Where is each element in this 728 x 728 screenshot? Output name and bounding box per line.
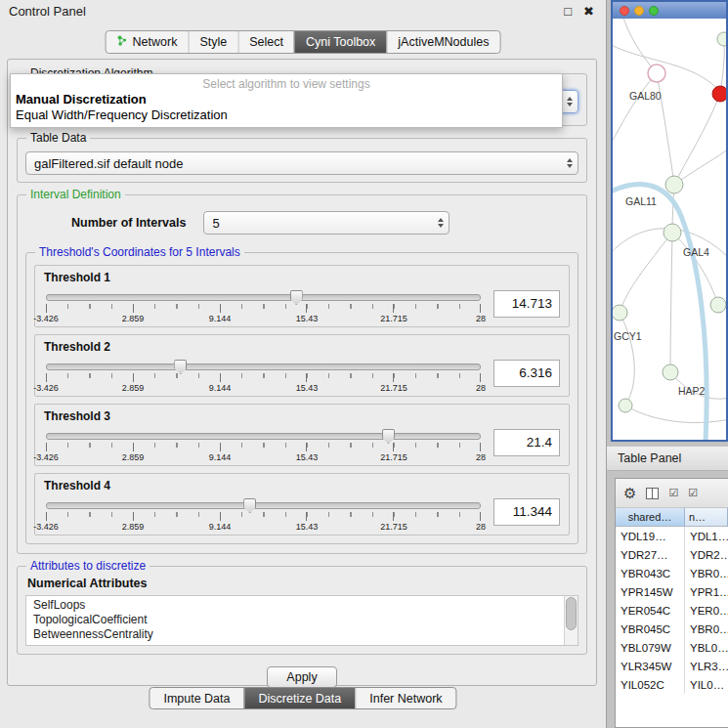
slider-track[interactable] — [46, 502, 481, 509]
table-row[interactable]: YER054CYER0… — [616, 601, 728, 620]
cell[interactable]: YIL0… — [685, 675, 728, 694]
cell[interactable]: YIL052C — [616, 675, 685, 694]
list-item[interactable]: SelfLoops — [33, 598, 562, 613]
cell[interactable]: YER054C — [616, 601, 685, 620]
tab-impute-data[interactable]: Impute Data — [150, 688, 243, 708]
minimize-button[interactable] — [634, 6, 644, 16]
table-row[interactable]: YPR145WYPR1… — [616, 582, 728, 601]
table-row[interactable]: YBR045CYBR0… — [616, 620, 728, 638]
tab-cyni-toolbox[interactable]: Cyni Toolbox — [294, 31, 386, 53]
tick-label: 2.859 — [122, 383, 145, 393]
slider-track[interactable] — [46, 294, 481, 301]
tab-style[interactable]: Style — [188, 31, 237, 53]
list-item[interactable]: BetweennessCentrality — [33, 627, 562, 642]
tick-label: -3.426 — [33, 452, 59, 462]
tab-discretize-data[interactable]: Discretize Data — [244, 688, 356, 708]
slider-thumb[interactable] — [290, 290, 303, 305]
threshold-2-panel: Threshold 2 -3.426 2.859 9.144 15.43 — [34, 334, 570, 397]
table-row[interactable]: YDR27…YDR2… — [616, 545, 728, 564]
slider-track[interactable] — [46, 364, 481, 370]
cell[interactable]: YDR27… — [616, 545, 685, 564]
slider-thumb[interactable] — [174, 360, 187, 374]
slider-thumb[interactable] — [382, 429, 395, 444]
cell[interactable]: YBR045C — [616, 620, 685, 638]
tab-jactivemodules[interactable]: jActiveMNodules — [386, 31, 499, 53]
tick-label: 28 — [476, 383, 486, 393]
table-body: YDL19…YDL1… YDR27…YDR2… YBR043CYBR0… YPR… — [616, 527, 728, 694]
window-title: Control Panel — [9, 4, 564, 19]
popup-option-equal-width-frequency[interactable]: Equal Width/Frequency Discretization — [11, 107, 562, 123]
tab-select[interactable]: Select — [237, 31, 294, 53]
close-window-icon[interactable]: ✖ — [583, 5, 594, 18]
select-none-icon[interactable]: ☑ — [688, 488, 698, 498]
tab-style-label: Style — [199, 35, 227, 49]
popup-option-manual-discretization[interactable]: Manual Discretization — [11, 92, 562, 107]
apply-button[interactable]: Apply — [267, 666, 336, 688]
combo-stepper-icon[interactable] — [567, 97, 573, 107]
cell[interactable]: YPR145W — [616, 582, 685, 601]
threshold-4-value-field[interactable]: 11.344 — [493, 498, 560, 526]
cell[interactable]: YLR345W — [616, 657, 685, 675]
table-row[interactable]: YBR043CYBR0… — [616, 564, 728, 582]
tab-network[interactable]: Network — [107, 31, 189, 53]
table-row[interactable]: YBL079WYBL0… — [616, 638, 728, 657]
scrollbar-thumb[interactable] — [566, 597, 577, 630]
threshold-3-value-field[interactable]: 21.4 — [493, 429, 560, 456]
table-row[interactable]: YDL19…YDL1… — [616, 527, 728, 545]
gear-icon[interactable]: ⚙ — [623, 486, 636, 500]
node-hap2[interactable] — [663, 364, 678, 380]
cell[interactable]: YBR0… — [685, 564, 728, 582]
list-item[interactable]: TopologicalCoefficient — [33, 613, 562, 627]
zoom-button[interactable] — [649, 6, 659, 16]
node-unlabeled[interactable] — [710, 297, 726, 313]
node-selected-red[interactable] — [712, 86, 726, 102]
column-header-name[interactable]: n… — [685, 508, 728, 527]
tab-infer-network[interactable]: Infer Network — [355, 688, 455, 708]
slider-track[interactable] — [46, 433, 481, 440]
threshold-4-slider[interactable]: -3.426 2.859 9.144 15.43 21.715 28 — [44, 496, 483, 533]
tick-label: -3.426 — [33, 383, 59, 393]
node-unlabeled[interactable] — [717, 32, 726, 46]
float-window-icon[interactable]: □ — [564, 5, 572, 18]
cell[interactable]: YBR043C — [616, 564, 685, 582]
select-all-icon[interactable]: ☑ — [668, 488, 678, 498]
list-scrollbar[interactable] — [564, 596, 578, 645]
table-row[interactable]: YIL052CYIL0… — [616, 675, 728, 694]
threshold-2-slider[interactable]: -3.426 2.859 9.144 15.43 21.715 28 — [44, 358, 483, 394]
tick-label: 21.715 — [380, 452, 407, 462]
column-header-shared-name[interactable]: shared… — [616, 508, 685, 527]
node-gcy1[interactable] — [613, 305, 627, 321]
combo-stepper-icon[interactable] — [438, 218, 444, 228]
node-unlabeled[interactable] — [619, 399, 632, 412]
cell[interactable]: YBL079W — [616, 638, 685, 657]
cell[interactable]: YPR1… — [685, 582, 728, 601]
node-gal11[interactable] — [665, 176, 683, 193]
cell[interactable]: YDL1… — [685, 527, 728, 545]
close-button[interactable] — [620, 6, 629, 16]
threshold-1-slider[interactable]: -3.426 2.859 9.144 15.43 21.715 28 — [44, 288, 483, 324]
number-of-intervals-combobox[interactable]: 5 — [203, 211, 450, 235]
slider-tick-labels: -3.426 2.859 9.144 15.43 21.715 28 — [46, 314, 481, 324]
cell[interactable]: YDR2… — [685, 545, 728, 564]
cell[interactable]: YLR3… — [685, 657, 728, 675]
threshold-1-value-field[interactable]: 14.713 — [493, 290, 560, 318]
cell[interactable]: YBR0… — [685, 620, 728, 638]
combo-stepper-icon[interactable] — [567, 158, 573, 168]
threshold-2-value-field[interactable]: 6.316 — [493, 360, 560, 387]
table-data-combobox[interactable]: galFiltered.sif default node — [25, 151, 578, 175]
tab-jactivemodules-label: jActiveMNodules — [398, 35, 489, 49]
control-panel-tabs: Network Style Select Cyni Toolbox jActiv… — [106, 30, 501, 54]
node-gal80[interactable] — [648, 64, 665, 82]
popup-placeholder: Select algorithm to view settings — [11, 76, 562, 92]
cell[interactable]: YBL0… — [685, 638, 728, 657]
numerical-attributes-list[interactable]: SelfLoops TopologicalCoefficient Between… — [25, 595, 578, 646]
node-gal4[interactable] — [664, 224, 681, 241]
columns-icon[interactable] — [646, 488, 659, 499]
table-row[interactable]: YLR345WYLR3… — [616, 657, 728, 675]
network-canvas[interactable]: GAL80 GAL11 GAL4 GCY1 HAP2 — [613, 19, 726, 442]
interval-definition-title: Interval Definition — [26, 188, 125, 201]
cell[interactable]: YER0… — [685, 601, 728, 620]
cell[interactable]: YDL19… — [616, 527, 685, 545]
threshold-3-slider[interactable]: -3.426 2.859 9.144 15.43 21.715 28 — [44, 427, 483, 463]
slider-thumb[interactable] — [243, 498, 256, 513]
